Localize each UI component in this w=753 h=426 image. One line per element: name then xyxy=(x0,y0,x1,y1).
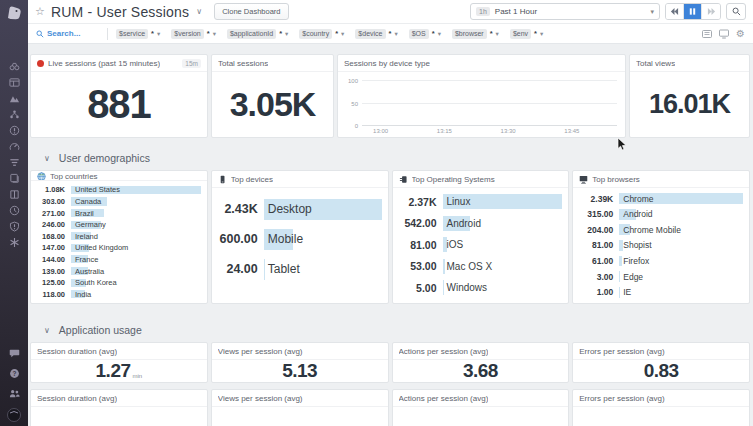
main-area: ☆ RUM - User Sessions ∨ Clone Dashboard … xyxy=(28,0,753,426)
pause-button[interactable] xyxy=(684,4,702,19)
toplist-widget-top-operating-systems[interactable]: Top Operating Systems2.37KLinux542.00And… xyxy=(392,170,570,304)
clone-dashboard-button[interactable]: Clone Dashboard xyxy=(214,3,288,20)
template-variable-env[interactable]: $env*▾ xyxy=(510,29,543,39)
row-bar-track: United States xyxy=(71,184,201,196)
sidebar-icon-group-top xyxy=(8,61,20,248)
hostmap-icon[interactable] xyxy=(8,109,20,120)
toplist-row[interactable]: 144.00France xyxy=(35,254,201,266)
toplist-row[interactable]: 600.00Mobile xyxy=(216,224,382,254)
star-icon[interactable]: ☆ xyxy=(35,5,45,18)
watchdog-icon[interactable] xyxy=(8,61,20,72)
widget-title-text: Top Operating Systems xyxy=(412,175,495,184)
value-text: 0.83 xyxy=(644,360,679,382)
widget-title-text: Errors per session (avg) xyxy=(579,347,664,356)
fullscreen-tv-icon[interactable] xyxy=(719,29,729,39)
template-variable-device[interactable]: $device*▾ xyxy=(355,29,397,39)
widget-title: Session duration (avg) xyxy=(31,343,207,360)
toplist-widget-top-countries[interactable]: Top countries1.08KUnited States303.00Can… xyxy=(30,170,208,304)
usage-widget-row: Session duration (avg)1.27minViews per s… xyxy=(30,342,750,383)
template-variable-service[interactable]: $service*▾ xyxy=(116,29,160,39)
monitors-icon[interactable] xyxy=(8,125,20,136)
gear-icon[interactable]: ⚙ xyxy=(736,29,745,39)
toplist-row[interactable]: 2.43KDesktop xyxy=(216,194,382,224)
toplist-row[interactable]: 246.00Germany xyxy=(35,219,201,231)
toplist-row[interactable]: 2.37KLinux xyxy=(397,191,563,213)
widget-title: Actions per session (avg) xyxy=(393,390,569,407)
grid-view-icon[interactable] xyxy=(702,29,712,39)
template-variable-country[interactable]: $country*▾ xyxy=(299,29,344,39)
query-value-widget-partial[interactable]: Actions per session (avg) xyxy=(392,389,570,426)
section-user-demographics[interactable]: ∨ User demographics xyxy=(44,152,750,164)
processes-icon[interactable] xyxy=(8,237,20,248)
metrics-icon[interactable] xyxy=(8,141,20,152)
toplist-widget-top-devices[interactable]: Top devices2.43KDesktop600.00Mobile24.00… xyxy=(211,170,389,304)
template-variable-OS[interactable]: $OS*▾ xyxy=(409,29,441,39)
chevron-down-icon[interactable]: ∨ xyxy=(196,7,202,16)
live-sessions-widget[interactable]: Live sessions (past 15 minutes) 15m 881 xyxy=(30,54,208,138)
query-value-widget-errors-per-session-avg-[interactable]: Errors per session (avg)0.83 xyxy=(572,342,750,383)
toplist-row[interactable]: 542.00Android xyxy=(397,213,563,235)
query-value-widget-partial[interactable]: Errors per session (avg) xyxy=(572,389,750,426)
row-bar-track: IE xyxy=(619,284,743,300)
sessions-by-device-chart[interactable]: Sessions by device type 050100 13:0013:1… xyxy=(337,54,626,138)
widget-title: Total sessions xyxy=(212,55,333,72)
filter-bar-right-icons: ⚙ xyxy=(702,29,745,39)
total-sessions-widget[interactable]: Total sessions 3.05K xyxy=(211,54,334,138)
row-value: 53.00 xyxy=(397,260,443,272)
search-input[interactable] xyxy=(47,29,99,38)
time-range-picker[interactable]: 1h Past 1 Hour ▾ xyxy=(470,3,660,20)
infrastructure-icon[interactable] xyxy=(8,93,20,104)
toplist-row[interactable]: 271.00Brazil xyxy=(35,207,201,219)
toplist-row[interactable]: 81.00Shopist xyxy=(577,238,743,254)
datadog-logo[interactable] xyxy=(4,3,24,23)
team-icon[interactable] xyxy=(8,388,20,399)
toplist-row[interactable]: 1.08KUnited States xyxy=(35,184,201,196)
toplist-row[interactable]: 61.00Firefox xyxy=(577,253,743,269)
widget-title-text: Top devices xyxy=(231,175,273,184)
logs-icon[interactable] xyxy=(8,173,20,184)
query-value-widget-partial[interactable]: Session duration (avg) xyxy=(30,389,208,426)
toplist-rows: 2.43KDesktop600.00Mobile24.00Tablet xyxy=(212,188,388,303)
widget-title: Top Operating Systems xyxy=(393,171,569,188)
toplist-row[interactable]: 5.00Windows xyxy=(397,277,563,299)
toplist-row[interactable]: 3.00Edge xyxy=(577,269,743,285)
toplist-row[interactable]: 81.00iOS xyxy=(397,234,563,256)
toplist-row[interactable]: 118.00India xyxy=(35,288,201,300)
security-icon[interactable] xyxy=(8,221,20,232)
query-value-widget-views-per-session-avg-[interactable]: Views per session (avg)5.13 xyxy=(211,342,389,383)
query-value-widget-session-duration-avg-[interactable]: Session duration (avg)1.27min xyxy=(30,342,208,383)
time-backward-button[interactable] xyxy=(666,4,684,19)
row-bar-track: Australia xyxy=(71,265,201,277)
template-variable-applicationId[interactable]: $applicationId*▾ xyxy=(227,29,288,39)
time-forward-button[interactable] xyxy=(702,4,720,19)
toplist-row[interactable]: 303.00Canada xyxy=(35,196,201,208)
dashboards-icon[interactable] xyxy=(8,77,20,88)
chat-icon[interactable] xyxy=(8,348,20,359)
query-value-widget-actions-per-session-avg-[interactable]: Actions per session (avg)3.68 xyxy=(392,342,570,383)
toplist-row[interactable]: 1.00IE xyxy=(577,284,743,300)
notebooks-icon[interactable] xyxy=(8,189,20,200)
toplist-row[interactable]: 168.00Ireland xyxy=(35,230,201,242)
template-variable-browser[interactable]: $browser*▾ xyxy=(452,29,499,39)
y-axis-label: 0 xyxy=(342,123,358,129)
toplist-row[interactable]: 125.00South Korea xyxy=(35,277,201,289)
toplist-row[interactable]: 139.00Australia xyxy=(35,265,201,277)
section-application-usage[interactable]: ∨ Application usage xyxy=(44,324,750,336)
template-variable-version[interactable]: $version*▾ xyxy=(171,29,216,39)
query-value-widget-partial[interactable]: Views per session (avg) xyxy=(211,389,389,426)
toplist-row[interactable]: 204.00Chrome Mobile xyxy=(577,222,743,238)
total-views-widget[interactable]: Total views 16.01K xyxy=(629,54,750,138)
toplist-row[interactable]: 24.00Tablet xyxy=(216,254,382,284)
apm-icon[interactable] xyxy=(8,157,20,168)
toplist-row[interactable]: 147.00United Kingdom xyxy=(35,242,201,254)
dashboard-search[interactable] xyxy=(36,29,99,38)
toplist-widget-top-browsers[interactable]: Top browsers2.39KChrome315.00Android204.… xyxy=(572,170,750,304)
toplist-row[interactable]: 315.00Android xyxy=(577,206,743,222)
toplist-row[interactable]: 53.00Mac OS X xyxy=(397,256,563,278)
search-icon[interactable] xyxy=(726,3,746,20)
time-range-badge: 1h xyxy=(476,7,490,16)
toplist-row[interactable]: 2.39KChrome xyxy=(577,191,743,207)
synthetics-icon[interactable] xyxy=(8,205,20,216)
user-avatar[interactable] xyxy=(7,408,21,422)
help-icon[interactable]: ? xyxy=(8,368,20,379)
